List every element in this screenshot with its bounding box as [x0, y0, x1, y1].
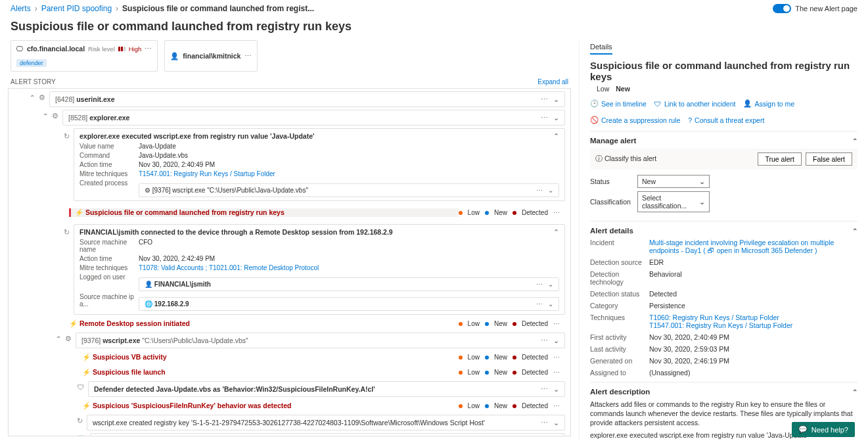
tab-details[interactable]: Details — [590, 40, 612, 55]
chevron-up-icon[interactable]: ⌃ — [553, 228, 559, 236]
new-alert-page-toggle[interactable] — [773, 4, 791, 13]
alert-row[interactable]: ⚡ Suspicious VB activity Low New Detecte… — [77, 351, 565, 363]
chevron-down-icon[interactable]: ⌄ — [548, 300, 553, 308]
detail-value: Behavioral — [649, 270, 857, 286]
false-alert-button[interactable]: False alert — [806, 152, 852, 166]
chevron-down-icon[interactable]: ⌄ — [553, 95, 559, 103]
device-card[interactable]: 🖵 cfo.financial.local Risk level High ⋯ … — [11, 40, 158, 72]
source-ip-box[interactable]: 🌐 192.168.2.9⋯⌄ — [139, 297, 559, 311]
kv-key: Logged on user — [80, 273, 139, 291]
user-card[interactable]: 👤 financial\kmitnick ⋯ — [164, 40, 258, 72]
more-icon[interactable]: ⋯ — [536, 300, 543, 308]
kv-key: Source machine name — [80, 239, 139, 253]
chevron-up-icon[interactable]: ⌃ — [41, 112, 49, 120]
process-pid: [8528] — [68, 114, 87, 122]
flash-icon: ⚡ — [82, 353, 91, 361]
chevron-up-icon[interactable]: ⌃ — [852, 388, 857, 396]
event-icon: ↻ — [64, 132, 70, 141]
severity-label: Low — [468, 354, 480, 361]
chevron-up-icon[interactable]: ⌃ — [852, 137, 857, 145]
event-rdp-session[interactable]: FINANCIAL\jsmith connected to the device… — [74, 224, 565, 315]
status-field-label: Status — [590, 177, 629, 185]
detail-value: (Unassigned) — [649, 369, 857, 377]
classification-select[interactable]: Select classification...⌄ — [637, 191, 710, 212]
logged-user-box[interactable]: 👤 FINANCIAL\jsmith⋯⌄ — [139, 277, 559, 291]
see-in-timeline-action[interactable]: 🕒 See in timeline — [590, 99, 647, 108]
need-help-button[interactable]: 💬 Need help? — [792, 422, 855, 437]
detail-key: Assigned to — [590, 369, 649, 377]
alert-title: Suspicious file launch — [93, 368, 166, 376]
assign-to-me-action[interactable]: 👤 Assign to me — [743, 99, 794, 108]
process-pid: [9376] — [81, 337, 101, 344]
chevron-up-icon[interactable]: ⌃ — [28, 93, 36, 101]
alert-title: Remote Desktop session initiated — [80, 319, 190, 327]
status-value: New — [616, 85, 630, 93]
more-icon[interactable]: ⋯ — [536, 187, 543, 194]
more-icon[interactable]: ⋯ — [553, 369, 560, 376]
mitre-link[interactable]: T1078: Valid Accounts ; T1021.001: Remot… — [139, 264, 319, 271]
process-node-explorer[interactable]: [8528] explorer.exe ⋯⌄ — [62, 110, 565, 126]
event-amsi[interactable]: wscript.exe launched a script inspected … — [90, 433, 565, 436]
process-node-userinit[interactable]: [6428] userinit.exe ⋯⌄ — [49, 91, 565, 107]
event-title: FINANCIAL\jsmith connected to the device… — [80, 228, 393, 236]
chevron-down-icon[interactable]: ⌄ — [548, 281, 553, 288]
link-incident-action[interactable]: 🛡 Link to another incident — [654, 99, 736, 108]
detail-key: Detection technology — [590, 270, 649, 286]
expand-all-link[interactable]: Expand all — [537, 78, 568, 85]
detail-value: Nov 30, 2020, 2:59:03 PM — [649, 345, 857, 353]
detail-key: Category — [590, 302, 649, 310]
alert-row-selected[interactable]: ⚡ Suspicious file or command launched fr… — [64, 204, 565, 221]
consult-expert-action[interactable]: ? Consult a threat expert — [688, 116, 764, 124]
event-title: Defender detected Java-Update.vbs as 'Be… — [94, 385, 375, 393]
detail-key: Last activity — [590, 345, 649, 353]
alert-story-tree[interactable]: ⌃ ⚙ [6428] userinit.exe ⋯⌄ ⌃ ⚙ [8528] ex… — [8, 88, 571, 436]
alert-row[interactable]: ⚡ Suspicious 'SuspiciousFileInRunKey' be… — [77, 400, 565, 412]
event-defender-detected[interactable]: Defender detected Java-Update.vbs as 'Be… — [88, 381, 565, 397]
chevron-up-icon[interactable]: ⌃ — [55, 335, 62, 342]
technique-link[interactable]: T1060: Registry Run Keys / Startup Folde… — [649, 313, 779, 321]
event-registry-key[interactable]: wscript.exe created registry key 'S-1-5-… — [87, 415, 565, 430]
event-explorer-executed[interactable]: explorer.exe executed wscript.exe from r… — [74, 128, 565, 201]
suppression-rule-action[interactable]: 🚫 Create a suppression rule — [590, 116, 680, 124]
more-icon[interactable]: ⋯ — [541, 419, 548, 427]
more-icon[interactable]: ⋯ — [553, 402, 560, 409]
more-icon[interactable]: ⋯ — [541, 385, 548, 393]
alert-row[interactable]: ⚡ Remote Desktop session initiated Low N… — [64, 317, 565, 330]
kv-key: Mitre techniques — [80, 264, 139, 271]
process-node-wscript[interactable]: [9376] wscript.exe "C:\Users\Public\Java… — [76, 333, 565, 348]
mitre-link[interactable]: T1547.001: Registry Run Keys / Startup F… — [139, 170, 275, 177]
chevron-down-icon[interactable]: ⌄ — [553, 114, 559, 122]
more-icon[interactable]: ⋯ — [541, 337, 548, 344]
more-icon[interactable]: ⋯ — [553, 320, 560, 327]
alert-row[interactable]: ⚡ Suspicious file launch Low New Detecte… — [77, 366, 565, 379]
more-icon[interactable]: ⋯ — [145, 45, 152, 53]
chevron-down-icon[interactable]: ⌄ — [553, 385, 559, 393]
created-process-box[interactable]: ⚙ [9376] wscript.exe "C:\Users\Public\Ja… — [139, 183, 559, 197]
chevron-down-icon[interactable]: ⌄ — [553, 337, 559, 344]
true-alert-button[interactable]: True alert — [758, 152, 802, 166]
severity-value: Low — [597, 85, 609, 93]
source-ip: 192.168.2.9 — [154, 300, 189, 308]
breadcrumb-parent[interactable]: Parent PID spoofing — [41, 4, 112, 13]
kv-key: Action time — [80, 255, 139, 262]
more-icon[interactable]: ⋯ — [536, 281, 543, 288]
more-icon[interactable]: ⋯ — [553, 209, 560, 216]
more-icon[interactable]: ⋯ — [553, 354, 560, 361]
detail-key: First activity — [590, 333, 649, 341]
kv-key: Source machine ip a... — [80, 293, 139, 311]
more-icon[interactable]: ⋯ — [541, 95, 548, 103]
event-title: wscript.exe created registry key 'S-1-5-… — [93, 419, 485, 427]
technique-link[interactable]: T1547.001: Registry Run Keys / Startup F… — [649, 321, 792, 329]
chevron-up-icon[interactable]: ⌃ — [852, 227, 857, 235]
more-icon[interactable]: ⋯ — [541, 114, 548, 122]
chevron-down-icon[interactable]: ⌄ — [548, 187, 553, 194]
chevron-down-icon[interactable]: ⌄ — [553, 419, 559, 427]
chevron-up-icon[interactable]: ⌃ — [553, 132, 559, 140]
section-header-manage: Manage alert — [590, 137, 636, 145]
flash-icon: ⚡ — [82, 368, 91, 376]
breadcrumb-alerts[interactable]: Alerts — [11, 4, 31, 13]
incident-link[interactable]: Multi-stage incident involving Privilege… — [649, 239, 857, 254]
more-icon[interactable]: ⋯ — [244, 52, 252, 60]
status-select[interactable]: New⌄ — [637, 175, 710, 188]
process-pid: [6428] — [55, 95, 74, 103]
